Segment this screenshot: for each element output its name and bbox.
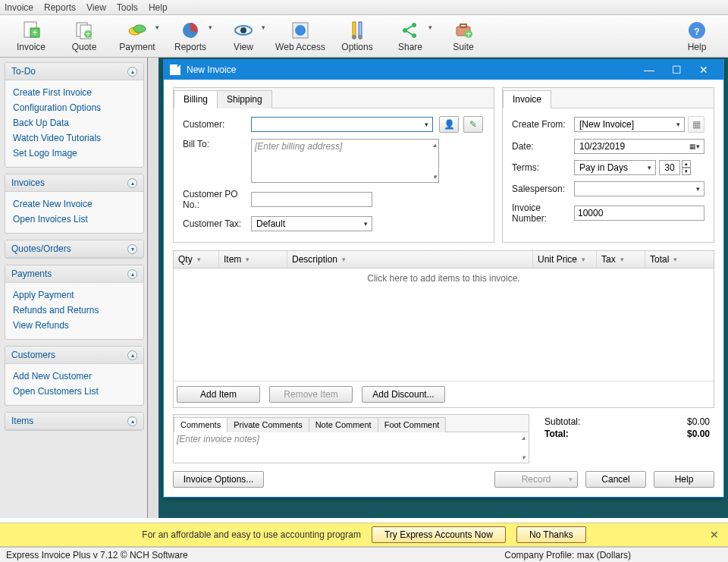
sidebar-item-add-new-customer[interactable]: Add New Customer (13, 369, 136, 384)
help-button[interactable]: Help (654, 471, 714, 488)
toolbar-help[interactable]: ? Help (670, 17, 723, 55)
customer-edit-button[interactable]: ✎ (463, 116, 483, 133)
tab-shipping[interactable]: Shipping (217, 90, 272, 108)
remove-item-button[interactable]: Remove Item (269, 386, 353, 403)
salesperson-combo[interactable]: ▾ (574, 181, 704, 196)
col-unit-price[interactable]: Unit Price▾ (533, 251, 597, 268)
po-input[interactable] (251, 192, 372, 207)
toolbar-reports[interactable]: ▾ Reports (164, 17, 217, 55)
col-total[interactable]: Total▾ (645, 251, 714, 268)
no-thanks-button[interactable]: No Thanks (516, 526, 586, 543)
terms-combo[interactable]: Pay in Days▾ (574, 160, 656, 175)
menu-invoice[interactable]: Invoice (5, 2, 33, 13)
invoice-number-input[interactable]: 10000 (574, 206, 704, 221)
tab-comments[interactable]: Comments (174, 417, 228, 432)
spinner-up[interactable]: ▴ (682, 160, 691, 168)
maximize-button[interactable]: ☐ (663, 60, 690, 80)
grid-empty-message[interactable]: Click here to add items to this invoice. (174, 268, 714, 381)
billto-label: Bill To: (183, 139, 251, 149)
sidebar-item-refunds-and-returns[interactable]: Refunds and Returns (13, 303, 136, 318)
add-discount-button[interactable]: Add Discount... (362, 386, 445, 403)
toolbar-suite[interactable]: + Suite (437, 17, 490, 55)
createfrom-action-button[interactable]: ▦ (688, 116, 704, 133)
scroll-down-icon[interactable]: ▾ (433, 173, 437, 181)
col-description[interactable]: Description▾ (287, 251, 533, 268)
promo-close-button[interactable]: ✕ (710, 529, 719, 541)
col-qty[interactable]: Qty▾ (174, 251, 219, 268)
billto-textarea[interactable]: [Enter billing address] ▴ ▾ (251, 139, 439, 183)
copy-icon: ▦ (692, 119, 701, 130)
scroll-up-icon[interactable]: ▴ (522, 434, 526, 441)
customer-tax-combo[interactable]: Default▾ (251, 216, 372, 231)
toolbar-payment[interactable]: ▾ Payment (111, 17, 164, 55)
customer-combo[interactable]: ▾ (251, 117, 433, 132)
workspace: New Invoice ― ☐ ✕ Billing Shipping (158, 58, 728, 518)
menu-tools[interactable]: Tools (117, 2, 138, 13)
svg-rect-14 (353, 22, 356, 36)
panel-header-items[interactable]: Items▴ (5, 413, 143, 430)
minimize-button[interactable]: ― (635, 60, 663, 80)
svg-line-22 (406, 31, 413, 35)
dropdown-icon: ▾ (155, 24, 159, 31)
cancel-button[interactable]: Cancel (585, 471, 646, 488)
sidebar-item-apply-payment[interactable]: Apply Payment (13, 287, 136, 303)
help-icon: ? (687, 20, 707, 40)
sidebar-scrollbar[interactable] (148, 58, 158, 518)
close-button[interactable]: ✕ (690, 60, 717, 80)
sidebar-item-open-customers-list[interactable]: Open Customers List (13, 384, 136, 399)
sidebar-item-watch-video-tutorials[interactable]: Watch Video Tutorials (13, 130, 136, 146)
spinner-down[interactable]: ▾ (682, 168, 691, 175)
sidebar-item-view-refunds[interactable]: View Refunds (13, 318, 136, 333)
chevron-down-icon: ▾ (674, 121, 682, 128)
scroll-down-icon[interactable]: ▾ (522, 454, 526, 461)
try-accounts-button[interactable]: Try Express Accounts Now (372, 526, 506, 543)
menu-reports[interactable]: Reports (44, 2, 76, 13)
panel-customers: Customers▴ Add New Customer Open Custome… (5, 346, 144, 406)
toolbar-quote[interactable]: + Quote (58, 17, 111, 55)
sidebar-item-back-up-data[interactable]: Back Up Data (13, 115, 136, 130)
date-picker[interactable]: 10/23/2019▦▾ (574, 139, 704, 154)
invoice-notes-textarea[interactable]: [Enter invoice notes] ▴ ▾ (174, 432, 529, 463)
tab-private-comments[interactable]: Private Comments (227, 417, 309, 432)
scroll-up-icon[interactable]: ▴ (433, 141, 437, 149)
pencil-icon: ✎ (469, 119, 477, 130)
toolbar-view[interactable]: ▾ View (217, 17, 270, 55)
col-tax[interactable]: Tax▾ (597, 251, 645, 268)
sidebar-item-open-invoices-list[interactable]: Open Invoices List (13, 212, 136, 227)
window-titlebar[interactable]: New Invoice ― ☐ ✕ (164, 60, 723, 80)
tab-invoice[interactable]: Invoice (503, 90, 551, 108)
record-button[interactable]: Record▾ (494, 471, 578, 488)
menu-bar: Invoice Reports View Tools Help (0, 0, 728, 15)
toolbar-web-access[interactable]: Web Access (270, 17, 331, 55)
terms-days-input[interactable]: 30 (659, 160, 680, 175)
sidebar-item-set-logo-image[interactable]: Set Logo Image (13, 146, 136, 161)
panel-header-payments[interactable]: Payments▴ (5, 265, 143, 283)
invoice-options-button[interactable]: Invoice Options... (173, 471, 264, 488)
svg-text:?: ? (694, 27, 699, 37)
createfrom-combo[interactable]: [New Invoice]▾ (574, 117, 685, 132)
payment-icon (127, 20, 147, 40)
promo-bar: For an affordable and easy to use accoun… (0, 523, 728, 547)
col-item[interactable]: Item▾ (219, 251, 287, 268)
menu-help[interactable]: Help (149, 2, 168, 13)
line-items-grid: Qty▾ Item▾ Description▾ Unit Price▾ Tax▾… (173, 250, 714, 408)
toolbar-share[interactable]: ▾ Share (384, 17, 437, 55)
toolbar-options[interactable]: Options (331, 17, 384, 55)
date-label: Date: (512, 141, 574, 152)
salesperson-label: Salesperson: (512, 184, 574, 194)
sidebar-item-create-first-invoice[interactable]: Create First Invoice (13, 85, 136, 100)
menu-view[interactable]: View (86, 2, 106, 13)
toolbar-invoice[interactable]: + Invoice (5, 17, 58, 55)
panel-header-invoices[interactable]: Invoices▴ (5, 174, 143, 192)
panel-header-quotes[interactable]: Quotes/Orders▾ (5, 240, 143, 258)
panel-header-todo[interactable]: To-Do▴ (5, 63, 143, 80)
panel-header-customers[interactable]: Customers▴ (5, 347, 143, 364)
sidebar-item-create-new-invoice[interactable]: Create New Invoice (13, 196, 136, 212)
sidebar-item-configuration-options[interactable]: Configuration Options (13, 100, 136, 115)
customer-lookup-button[interactable]: 👤 (439, 116, 459, 133)
add-item-button[interactable]: Add Item (177, 386, 260, 403)
tab-note-comment[interactable]: Note Comment (309, 417, 378, 432)
tab-foot-comment[interactable]: Foot Comment (378, 417, 447, 432)
tab-billing[interactable]: Billing (174, 90, 218, 108)
chevron-down-icon: ▾ (422, 121, 431, 128)
